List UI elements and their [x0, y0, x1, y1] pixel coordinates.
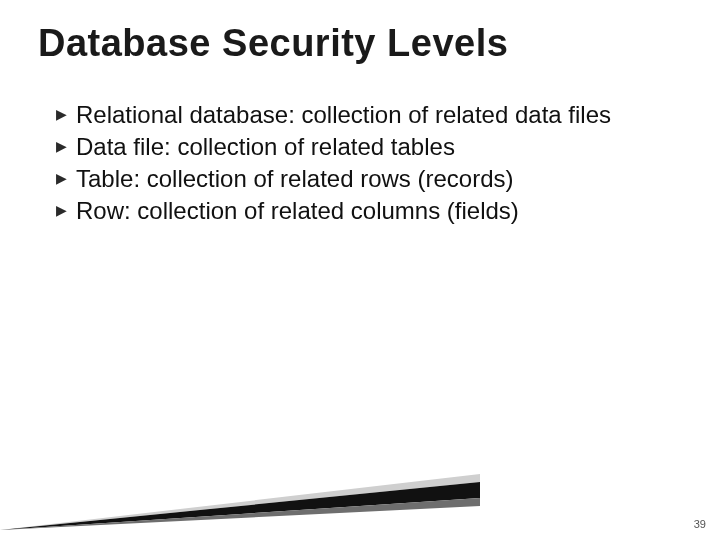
list-item: ▶ Row: collection of related columns (fi… [56, 196, 660, 226]
slide: Database Security Levels ▶ Relational da… [0, 0, 720, 540]
wedge-light [0, 474, 480, 530]
slide-title: Database Security Levels [38, 22, 508, 65]
bullet-text: Row: collection of related columns (fiel… [76, 196, 660, 226]
list-item: ▶ Table: collection of related rows (rec… [56, 164, 660, 194]
wedge-dark [0, 482, 480, 530]
bullet-text: Relational database: collection of relat… [76, 100, 660, 130]
triangle-bullet-icon: ▶ [56, 106, 76, 124]
bullet-text: Data file: collection of related tables [76, 132, 660, 162]
slide-body: ▶ Relational database: collection of rel… [56, 100, 660, 228]
triangle-bullet-icon: ▶ [56, 138, 76, 156]
triangle-bullet-icon: ▶ [56, 202, 76, 220]
list-item: ▶ Relational database: collection of rel… [56, 100, 660, 130]
bullet-text: Table: collection of related rows (recor… [76, 164, 660, 194]
page-number: 39 [694, 518, 706, 530]
decorative-wedge [0, 440, 480, 530]
triangle-bullet-icon: ▶ [56, 170, 76, 188]
wedge-mid [0, 498, 480, 530]
list-item: ▶ Data file: collection of related table… [56, 132, 660, 162]
